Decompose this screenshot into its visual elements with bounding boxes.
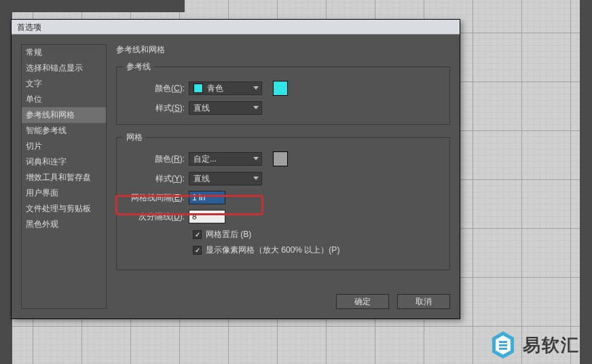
sidebar: 常规 选择和锚点显示 文字 单位 参考线和网格 智能参考线 切片 词典和连字 增… [21, 44, 107, 309]
sidebar-item-general[interactable]: 常规 [22, 45, 106, 60]
grid-style-select[interactable]: 直线 [189, 172, 262, 185]
grid-spacing-input[interactable] [189, 191, 225, 204]
sidebar-item-plugins[interactable]: 增效工具和暂存盘 [22, 170, 106, 185]
show-pixel-grid-checkbox[interactable] [193, 246, 202, 255]
grid-group: 网格 颜色(R): 自定... 样式(Y): 直线 [116, 132, 450, 270]
guides-group: 参考线 颜色(C): 青色 样式(S): 直线 [116, 61, 450, 125]
sidebar-item-black[interactable]: 黑色外观 [22, 217, 106, 232]
guides-style-select[interactable]: 直线 [189, 101, 262, 115]
preferences-dialog: 首选项 常规 选择和锚点显示 文字 单位 参考线和网格 智能参考线 切片 词典和… [11, 19, 460, 319]
cyan-swatch-icon [193, 84, 203, 93]
grid-color-swatch[interactable] [273, 151, 288, 166]
svg-rect-3 [499, 344, 507, 346]
watermark-logo-icon [490, 330, 516, 360]
chevron-down-icon [253, 86, 259, 90]
grids-in-back-checkbox[interactable] [193, 230, 202, 239]
guides-color-swatch[interactable] [273, 81, 288, 96]
watermark-text: 易软汇 [523, 333, 580, 357]
sidebar-item-file-handling[interactable]: 文件处理与剪贴板 [22, 201, 106, 217]
grid-color-label: 颜色(R): [124, 153, 189, 165]
guides-color-select[interactable]: 青色 [189, 81, 262, 95]
grid-subdiv-input[interactable] [189, 210, 225, 223]
chevron-down-icon [253, 157, 259, 160]
sidebar-item-smart-guides[interactable]: 智能参考线 [22, 123, 106, 139]
svg-rect-2 [499, 341, 507, 343]
watermark: 易软汇 [490, 330, 580, 360]
sidebar-item-ui[interactable]: 用户界面 [22, 185, 106, 201]
sidebar-item-hyphenation[interactable]: 词典和连字 [22, 154, 106, 170]
sidebar-item-units[interactable]: 单位 [22, 92, 106, 107]
ruler-top [0, 0, 185, 12]
grids-in-back-label: 网格置后 (B) [206, 229, 251, 240]
ok-button[interactable]: 确定 [336, 294, 389, 309]
ruler-right [580, 0, 592, 364]
dialog-title: 首选项 [17, 22, 41, 32]
sidebar-item-guides-grid[interactable]: 参考线和网格 [22, 107, 106, 123]
sidebar-item-slices[interactable]: 切片 [22, 139, 106, 154]
dialog-titlebar[interactable]: 首选项 [12, 20, 460, 35]
guides-color-label: 颜色(C): [124, 83, 189, 94]
grid-style-label: 样式(Y): [124, 173, 189, 185]
grid-legend: 网格 [124, 132, 145, 143]
guides-legend: 参考线 [124, 61, 153, 73]
sidebar-item-type[interactable]: 文字 [22, 76, 106, 92]
chevron-down-icon [253, 106, 259, 109]
guides-style-label: 样式(S): [124, 103, 189, 114]
grid-subdiv-label: 次分隔线(D): [124, 211, 189, 223]
main-panel: 参考线和网格 参考线 颜色(C): 青色 样式(S): 直线 [107, 44, 450, 309]
sidebar-item-selection[interactable]: 选择和锚点显示 [22, 60, 106, 76]
cancel-button[interactable]: 取消 [397, 294, 450, 309]
show-pixel-grid-label: 显示像素网格（放大 600% 以上）(P) [206, 244, 339, 256]
svg-rect-4 [499, 348, 507, 350]
chevron-down-icon [253, 177, 259, 180]
section-title: 参考线和网格 [116, 44, 450, 56]
grid-spacing-label: 网格线间隔(E): [124, 192, 189, 204]
grid-color-select[interactable]: 自定... [189, 152, 262, 166]
